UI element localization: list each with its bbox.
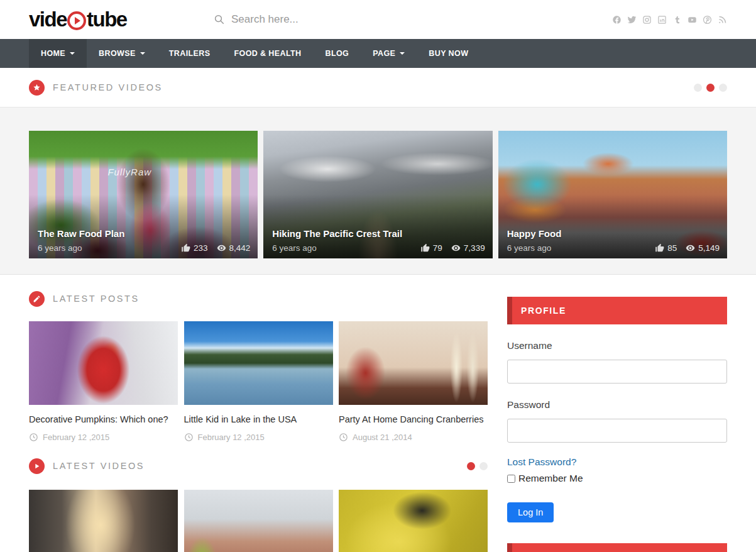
facebook-icon[interactable] (612, 15, 622, 25)
carousel-dot[interactable] (479, 462, 488, 470)
like-count: 79 (433, 243, 442, 253)
like-count: 233 (194, 243, 208, 253)
featured-videos-title: FEATURED VIDEOS (53, 82, 163, 92)
nav-item-buy-now[interactable]: BUY NOW (417, 39, 480, 68)
instagram-icon[interactable] (642, 15, 652, 25)
nav-label: BUY NOW (429, 49, 468, 58)
nav-label: FOOD & HEALTH (234, 49, 301, 58)
latest-videos-title: LATEST VIDEOS (53, 461, 145, 471)
site-header: vide tube (0, 0, 756, 39)
post-date: February 12 ,2015 (184, 433, 333, 442)
main-content: LATEST POSTS Decorative Pumpkins: Which … (0, 276, 756, 552)
chevron-down-icon (140, 52, 145, 55)
nav-label: PAGE (373, 49, 395, 58)
sidebar: PROFILE Username Password Lost Password?… (507, 276, 727, 552)
eye-icon (686, 243, 695, 253)
nav-item-page[interactable]: PAGE (361, 39, 417, 68)
video-overlay (498, 131, 727, 258)
thumbs-up-icon (655, 243, 664, 253)
eye-icon (451, 243, 461, 253)
post-title[interactable]: Little Kid in Lake in the USA (184, 414, 333, 424)
post-date: August 21 ,2014 (339, 433, 488, 442)
login-button[interactable]: Log In (507, 502, 554, 522)
linkedin-icon[interactable] (657, 15, 667, 25)
nav-label: BLOG (326, 49, 349, 58)
latest-video-card[interactable] (184, 490, 333, 552)
nav-item-food-health[interactable]: FOOD & HEALTH (222, 39, 313, 68)
twitter-icon[interactable] (627, 15, 637, 25)
featured-video-card[interactable]: FullyRaw The Raw Food Plan 6 years ago 2… (29, 131, 258, 258)
post-thumbnail (29, 321, 178, 405)
post-thumbnail (339, 321, 488, 405)
post-thumbnail (184, 321, 333, 405)
nav-label: TRAILERS (169, 49, 211, 58)
clock-icon (339, 433, 348, 442)
clock-icon (29, 433, 38, 442)
clock-icon (184, 433, 194, 442)
featured-video-card[interactable]: Happy Food 6 years ago 85 5,149 (498, 131, 727, 258)
thumbs-up-icon (420, 243, 430, 253)
remember-me-checkbox[interactable] (507, 475, 515, 483)
pinterest-icon[interactable] (703, 15, 712, 25)
social-links (612, 15, 727, 25)
remember-me-label: Remember Me (518, 473, 583, 484)
logo-play-icon (67, 11, 86, 30)
video-age: 6 years ago (507, 243, 552, 253)
video-age: 6 years ago (272, 243, 317, 253)
nav-label: HOME (41, 49, 65, 58)
latest-video-card[interactable] (339, 490, 488, 552)
featured-videos-band: FullyRaw The Raw Food Plan 6 years ago 2… (0, 107, 756, 275)
latest-videos-carousel-dots (467, 462, 488, 470)
eye-icon (217, 243, 226, 253)
main-nav: HOME BROWSE TRAILERS FOOD & HEALTH BLOG … (0, 39, 756, 68)
carousel-dot[interactable] (694, 84, 702, 92)
featured-videos-header: FEATURED VIDEOS (0, 68, 756, 107)
post-card[interactable]: Decorative Pumpkins: Which one? February… (29, 321, 178, 442)
nav-item-browse[interactable]: BROWSE (87, 39, 157, 68)
video-thumbnail (339, 490, 488, 552)
latest-posts-header: LATEST POSTS (29, 276, 488, 321)
subscribox-widget-header: SOCIAL SUBSCRIBOX (507, 543, 727, 552)
username-label: Username (507, 340, 727, 351)
youtube-icon[interactable] (688, 15, 697, 25)
video-thumbnail (29, 490, 178, 552)
video-meta: 6 years ago 233 8,442 (38, 243, 250, 253)
nav-item-blog[interactable]: BLOG (314, 39, 361, 68)
post-date-text: February 12 ,2015 (198, 433, 265, 442)
post-title[interactable]: Decorative Pumpkins: Which one? (29, 414, 178, 424)
featured-video-card[interactable]: Hiking The Pacific Crest Trail 6 years a… (263, 131, 492, 258)
nav-item-trailers[interactable]: TRAILERS (157, 39, 222, 68)
post-card[interactable]: Party At Home Dancing Cranberries August… (339, 321, 488, 442)
view-count: 5,149 (698, 243, 720, 253)
post-date-text: August 21 ,2014 (353, 433, 412, 442)
username-field[interactable] (507, 360, 727, 384)
view-count: 7,339 (464, 243, 485, 253)
view-count: 8,442 (229, 243, 251, 253)
password-field[interactable] (507, 419, 727, 443)
latest-video-card[interactable] (29, 490, 178, 552)
latest-posts-title: LATEST POSTS (53, 294, 140, 304)
play-icon (29, 458, 45, 474)
login-form: Username Password Lost Password? Remembe… (507, 340, 727, 522)
video-title: Hiking The Pacific Crest Trail (272, 228, 402, 239)
nav-item-home[interactable]: HOME (29, 39, 87, 68)
carousel-dot[interactable] (719, 84, 727, 92)
post-title[interactable]: Party At Home Dancing Cranberries (339, 414, 488, 424)
lost-password-link[interactable]: Lost Password? (507, 456, 576, 468)
carousel-dot-active[interactable] (467, 462, 475, 470)
video-title: The Raw Food Plan (38, 228, 124, 239)
video-thumbnail (184, 490, 333, 552)
featured-carousel-dots (694, 84, 727, 92)
post-card[interactable]: Little Kid in Lake in the USA February 1… (184, 321, 333, 442)
site-logo[interactable]: vide tube (29, 8, 127, 31)
logo-text-left: vide (29, 8, 67, 31)
carousel-dot-active[interactable] (706, 84, 715, 92)
profile-widget-title: PROFILE (521, 306, 566, 316)
tumblr-icon[interactable] (672, 15, 682, 25)
thumbs-up-icon (181, 243, 190, 253)
chevron-down-icon (400, 52, 405, 55)
password-label: Password (507, 399, 727, 411)
search-input[interactable] (231, 13, 370, 26)
rss-icon[interactable] (718, 15, 727, 25)
post-date: February 12 ,2015 (29, 433, 178, 442)
